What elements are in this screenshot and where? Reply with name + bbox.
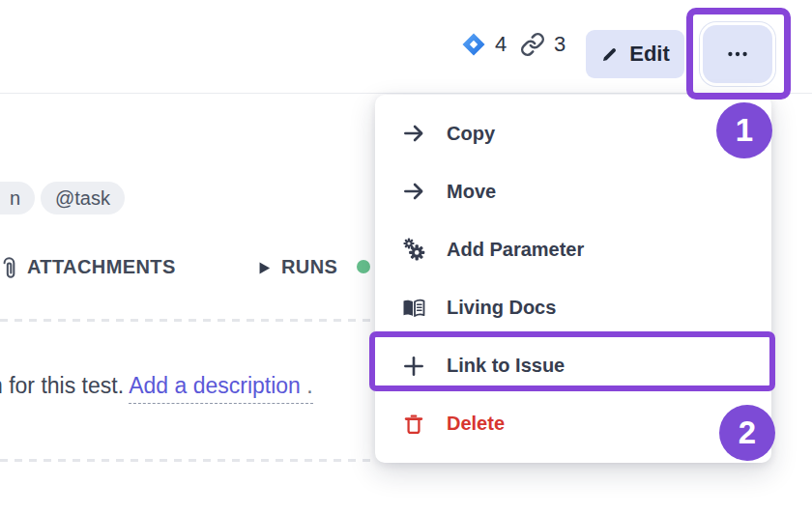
- more-actions-button[interactable]: [703, 25, 772, 83]
- trash-icon: [401, 412, 426, 437]
- menu-item-delete[interactable]: Delete: [375, 395, 771, 453]
- pencil-icon: [600, 45, 619, 64]
- menu-item-label: Link to Issue: [447, 355, 565, 377]
- menu-item-label: Copy: [447, 123, 495, 145]
- tag-label: @task: [55, 187, 110, 210]
- description-suffix: .: [301, 373, 313, 398]
- toolbar: 4 3 Edit: [0, 0, 812, 93]
- ellipsis-icon: [725, 42, 750, 67]
- annotation-step-badge-2: 2: [719, 405, 775, 461]
- jira-count: 4: [495, 32, 507, 57]
- annotation-step-badge-1: 1: [716, 102, 772, 158]
- arrow-right-icon: [401, 179, 426, 204]
- description-text: n for this test. Add a description .: [0, 373, 377, 399]
- more-actions-menu: Copy Move: [375, 95, 771, 463]
- section-tabs-row: ATTACHMENTS RUNS: [0, 253, 375, 286]
- link-icon: [520, 32, 545, 57]
- play-icon[interactable]: [256, 260, 273, 276]
- dashed-divider-bottom: [0, 459, 377, 462]
- edit-button[interactable]: Edit: [586, 30, 684, 78]
- menu-item-label: Move: [447, 181, 496, 203]
- description-prefix: n for this test.: [0, 373, 129, 398]
- plus-icon: [401, 354, 426, 379]
- menu-item-copy[interactable]: Copy: [375, 104, 771, 162]
- open-book-icon: [401, 296, 426, 321]
- header-divider: [0, 93, 812, 94]
- gears-icon: [401, 237, 426, 262]
- menu-item-label: Delete: [447, 413, 505, 435]
- menu-item-living-docs[interactable]: Living Docs: [375, 279, 771, 337]
- runs-section-header[interactable]: RUNS: [281, 256, 337, 278]
- arrow-right-icon: [401, 121, 426, 146]
- add-description-link[interactable]: Add a description: [129, 373, 301, 398]
- description-link-wrap: Add a description .: [129, 373, 313, 404]
- attachments-section-header[interactable]: ATTACHMENTS: [27, 256, 176, 278]
- menu-item-add-parameter[interactable]: Add Parameter: [375, 220, 771, 278]
- menu-item-link-to-issue[interactable]: Link to Issue: [375, 337, 771, 395]
- annotation-step-number: 1: [736, 112, 753, 149]
- linked-items-counter[interactable]: 3: [520, 32, 566, 57]
- tag-pill[interactable]: n: [0, 182, 35, 214]
- edit-button-label: Edit: [629, 42, 670, 67]
- test-case-page: 4 3 Edit n @task: [0, 0, 812, 514]
- tag-label: n: [10, 187, 20, 210]
- menu-item-move[interactable]: Move: [375, 162, 771, 220]
- menu-item-label: Add Parameter: [447, 239, 584, 261]
- links-count: 3: [554, 32, 566, 57]
- jira-icon: [461, 32, 486, 57]
- jira-issues-counter[interactable]: 4: [461, 32, 507, 57]
- runs-status-dot: [357, 260, 370, 273]
- menu-item-label: Living Docs: [447, 297, 556, 319]
- tag-pill-task[interactable]: @task: [41, 182, 125, 214]
- annotation-step-number: 2: [739, 414, 756, 451]
- paperclip-icon: [0, 253, 22, 282]
- dashed-divider-top: [0, 319, 377, 322]
